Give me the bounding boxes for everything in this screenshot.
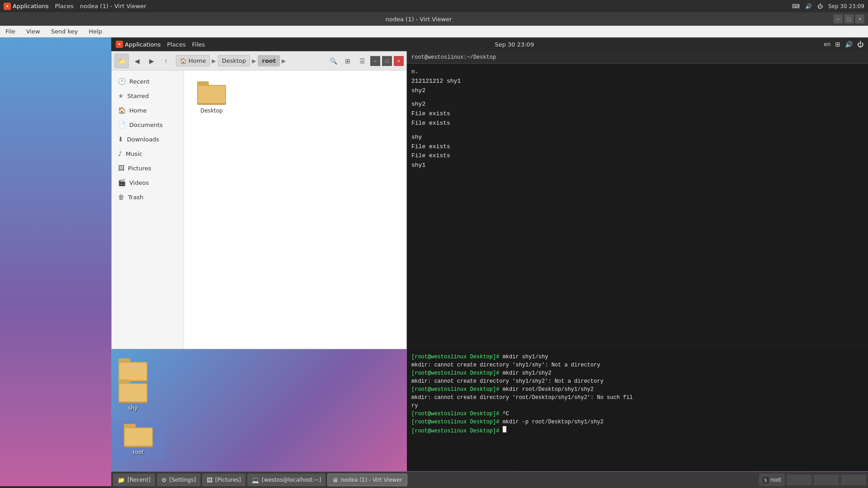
term-line-2: 212121212 shy1 xyxy=(411,77,863,86)
sidebar-item-pictures[interactable]: 🖼 Pictures xyxy=(112,161,184,175)
fm-search-button[interactable]: 🔍 xyxy=(327,55,340,67)
term-line-7: shy xyxy=(411,133,863,142)
taskbar-spacer-3 xyxy=(841,474,866,485)
sidebar-item-trash[interactable]: 🗑 Trash xyxy=(112,190,184,204)
desktop-folder-root[interactable]: root xyxy=(111,420,165,459)
virt-menu-file[interactable]: File xyxy=(4,27,17,36)
taskbar: 📁 [Recent] ⚙ [Settings] 🖼 [Pictures] 💻 [… xyxy=(111,472,868,488)
fm-close-button[interactable]: × xyxy=(394,56,404,66)
gnome-files-btn[interactable]: Files xyxy=(192,41,205,48)
home-icon: 🏠 xyxy=(118,107,126,114)
applications-menu[interactable]: ✦ Applications xyxy=(4,3,48,10)
terminal-panel: root@westoslinux:~/Desktop n. 212121212 … xyxy=(407,51,868,349)
trash-icon: 🗑 xyxy=(118,193,124,201)
fm-back-button[interactable]: ◀ xyxy=(131,55,143,67)
breadcrumb-desktop[interactable]: Desktop xyxy=(218,55,250,66)
sidebar-item-starred[interactable]: ★ Starred xyxy=(112,89,184,103)
fm-parent-button[interactable]: ↑ xyxy=(160,55,172,67)
fm-list-view-button[interactable]: ☰ xyxy=(356,55,368,67)
file-label-desktop: Desktop xyxy=(200,108,223,114)
sidebar-item-recent[interactable]: 🕐 Recent xyxy=(112,74,184,89)
gnome-applications-label: Applications xyxy=(125,41,160,48)
taskbar-spacer-1 xyxy=(787,474,812,485)
power-icon: ⏻ xyxy=(817,3,823,9)
sidebar-item-videos[interactable]: 🎬 Videos xyxy=(112,175,184,190)
desktop-folder-icon-shy xyxy=(118,380,147,403)
sidebar-item-music[interactable]: ♪ Music xyxy=(112,146,184,161)
fm-sidebar: 🕐 Recent ★ Starred 🏠 Home 📄 Documents ⬇ … xyxy=(112,70,184,349)
file-item-desktop[interactable]: Desktop xyxy=(191,78,232,117)
svg-rect-6 xyxy=(119,363,146,380)
svg-rect-7 xyxy=(118,358,130,363)
taskbar-spacer-2 xyxy=(814,474,839,485)
breadcrumb-home[interactable]: 🏠 Home xyxy=(176,55,210,66)
music-icon: ♪ xyxy=(118,150,122,157)
breadcrumb-root[interactable]: root xyxy=(258,55,280,66)
term-bottom-line-7: ry xyxy=(411,402,863,410)
fm-grid-view-button[interactable]: ⊞ xyxy=(341,55,354,67)
term-bottom-line-3: [root@westoslinux Desktop]# mkdir shy1/s… xyxy=(411,369,863,377)
file-manager: 📁 ◀ ▶ ↑ 🏠 Home ▶ Desktop ▶ root ▶ 🔍 ⊞ ☰ xyxy=(111,51,407,349)
svg-rect-3 xyxy=(197,81,209,86)
gnome-applications-btn[interactable]: ✦ Applications xyxy=(116,41,160,48)
gnome-lang: en xyxy=(824,41,830,47)
term-line-1: n. xyxy=(411,67,863,77)
term-bottom-line-1: [root@westoslinux Desktop]# mkdir shy1/s… xyxy=(411,353,863,361)
svg-rect-14 xyxy=(125,428,152,446)
term-bottom-line-5: [root@westoslinux Desktop]# mkdir root/D… xyxy=(411,385,863,394)
taskbar-root-label: root xyxy=(770,477,781,483)
taskbar-item-settings[interactable]: ⚙ [Settings] xyxy=(157,474,200,486)
vm-left-panel xyxy=(0,38,111,486)
desktop-folder-shy[interactable]: shy xyxy=(118,380,147,411)
places-menu[interactable]: Places xyxy=(55,3,73,9)
term-bottom-line-10: [root@westoslinux Desktop]# xyxy=(411,426,863,435)
virt-menu-help[interactable]: Help xyxy=(87,27,104,36)
svg-rect-2 xyxy=(198,86,225,103)
terminal-title: root@westoslinux:~/Desktop xyxy=(411,54,496,61)
sidebar-item-downloads[interactable]: ⬇ Downloads xyxy=(112,132,184,146)
videos-icon: 🎬 xyxy=(118,179,126,186)
breadcrumb-sep-1: ▶ xyxy=(211,58,217,64)
taskbar-item-westos[interactable]: 💻 [westos@localhost:~] xyxy=(247,474,326,486)
gnome-network-icon: ⊞ xyxy=(835,41,840,48)
terminal-bottom: [root@westoslinux Desktop]# mkdir shy1/s… xyxy=(407,349,868,471)
maximize-button[interactable]: □ xyxy=(844,14,854,23)
fm-files-area[interactable]: Desktop xyxy=(184,70,406,349)
documents-icon: 📄 xyxy=(118,121,126,128)
taskbar-icon-recent: 📁 xyxy=(118,477,125,483)
taskbar-item-virt[interactable]: 🖥 nodea (1) - Virt Viewer xyxy=(327,474,407,486)
close-button[interactable]: × xyxy=(855,14,864,23)
pictures-icon: 🖼 xyxy=(118,164,124,172)
virt-menu-sendkey[interactable]: Send key xyxy=(49,27,80,36)
system-datetime: Sep 30 23:09 xyxy=(828,3,864,9)
gnome-places-btn[interactable]: Places xyxy=(167,41,185,48)
keyboard-icon: ⌨ xyxy=(792,3,800,9)
term-bottom-line-4: mkdir: cannot create directory 'shy1/shy… xyxy=(411,377,863,385)
breadcrumb-end-arrow: ▶ xyxy=(281,58,287,64)
minimize-button[interactable]: − xyxy=(834,14,843,23)
term-bottom-line-8: [root@westoslinux Desktop]# ^C xyxy=(411,410,863,418)
term-bottom-line-9: [root@westoslinux Desktop]# mkdir -p roo… xyxy=(411,418,863,426)
fm-forward-button[interactable]: ▶ xyxy=(145,55,158,67)
taskbar-icon-pictures: 🖼 xyxy=(207,477,212,483)
taskbar-item-recent[interactable]: 📁 [Recent] xyxy=(113,474,155,486)
taskbar-icon-settings: ⚙ xyxy=(161,477,167,483)
fm-home-icon-btn[interactable]: 📁 xyxy=(114,54,129,68)
fm-maximize-button[interactable]: □ xyxy=(382,56,392,66)
taskbar-terminal-root[interactable]: $ root xyxy=(759,474,785,486)
term-line-8: File exists xyxy=(411,142,863,152)
term-line-3: shy2 xyxy=(411,86,863,96)
desktop-folder-label-shy: shy xyxy=(128,405,138,411)
breadcrumb: 🏠 Home ▶ Desktop ▶ root ▶ xyxy=(176,55,287,66)
fm-minimize-button[interactable]: − xyxy=(370,56,380,66)
sidebar-item-home[interactable]: 🏠 Home xyxy=(112,103,184,117)
starred-icon: ★ xyxy=(118,92,124,99)
gnome-volume-icon: 🔊 xyxy=(845,41,853,48)
sidebar-item-documents[interactable]: 📄 Documents xyxy=(112,117,184,132)
virt-menu-view[interactable]: View xyxy=(24,27,42,36)
downloads-icon: ⬇ xyxy=(118,136,123,143)
taskbar-item-pictures[interactable]: 🖼 [Pictures] xyxy=(202,474,245,486)
desktop-folder-icon-root xyxy=(124,424,153,447)
desktop-folder-icon-shy2 xyxy=(118,358,147,382)
taskbar-icon-virt: 🖥 xyxy=(332,477,338,483)
